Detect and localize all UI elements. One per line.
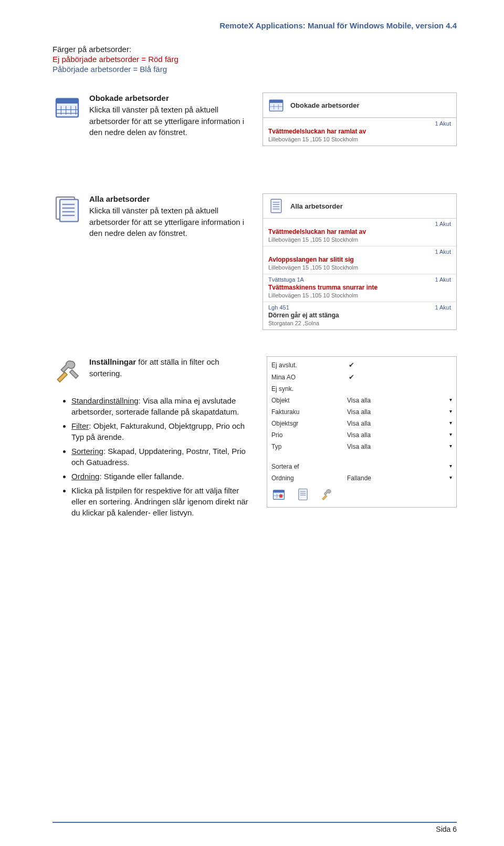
bullet-item: Sortering: Skapad, Uppdatering, Postnr, …: [71, 446, 252, 468]
meta-right: 1 Akut: [435, 304, 451, 311]
checkbox-icon[interactable]: ✔: [347, 373, 355, 381]
chevron-down-icon[interactable]: ▾: [449, 431, 452, 437]
chevron-down-icon[interactable]: ▾: [449, 408, 452, 414]
block2-desc: Klicka till vänster på texten på aktuell…: [89, 206, 244, 238]
setting-label: Sortera ef: [267, 461, 343, 472]
item-title: Avloppsslangen har slitit sig: [268, 256, 451, 263]
meta-right: 1 Akut: [435, 120, 451, 127]
list-item[interactable]: 1 Akut Tvättmedelsluckan har ramlat av L…: [263, 118, 456, 146]
settings-row[interactable]: ObjektsgrVisa alla▾: [267, 418, 456, 429]
block2-title: Alla arbetsorder: [89, 194, 150, 203]
setting-label: Prio: [267, 429, 343, 441]
item-title: Tvättmedelsluckan har ramlat av: [268, 128, 451, 135]
list-icon: [267, 197, 285, 215]
item-sub: Storgatan 22 ,Solna: [268, 320, 451, 326]
list-icon[interactable]: [296, 487, 310, 502]
meta-left: Tvättstuga 1A: [268, 276, 304, 283]
dropdown-value: Visa alla: [347, 397, 384, 404]
settings-row[interactable]: OrdningFallande▾: [267, 472, 456, 484]
screenshot-obokade: Obokade arbetsorder 1 Akut Tvättmedelslu…: [262, 92, 457, 146]
chevron-down-icon[interactable]: ▾: [449, 397, 452, 403]
setting-label: Objektsgr: [267, 418, 343, 429]
chevron-down-icon[interactable]: ▾: [449, 443, 452, 449]
chevron-down-icon[interactable]: ▾: [449, 474, 452, 480]
svg-rect-29: [279, 494, 282, 498]
meta-right: 1 Akut: [435, 249, 451, 255]
dropdown-value: Visa alla: [347, 443, 384, 450]
calendar-icon[interactable]: [271, 487, 286, 502]
svg-rect-14: [60, 200, 78, 222]
setting-label: Mina AO: [267, 371, 343, 383]
document-header: RemoteX Applications: Manual för Windows…: [52, 21, 457, 30]
settings-row[interactable]: Mina AO✔: [267, 371, 456, 383]
bullet-item: Standardinställning: Visa alla mina ej a…: [71, 395, 252, 417]
settings-row[interactable]: Sortera ef▾: [267, 461, 456, 472]
list-item[interactable]: Tvättstuga 1A1 AkutTvättmaskinens trumma…: [263, 274, 456, 302]
block1-title: Obokade arbetsorder: [89, 94, 169, 102]
setting-label: Ej avslut.: [267, 359, 343, 371]
svg-rect-1: [56, 99, 78, 104]
item-sub: Lillebovägen 15 ,105 10 Stockholm: [268, 136, 451, 142]
svg-rect-30: [299, 489, 307, 500]
setting-label: Objekt: [267, 395, 343, 406]
bullet-item: Klicka på listpilen för respektive för a…: [71, 485, 252, 518]
screenshot-settings: Ej avslut.✔Mina AO✔Ej synk.ObjektVisa al…: [267, 356, 457, 508]
tools-icon: [52, 356, 89, 386]
intro-red-line: Ej påbörjade arbetsorder = Röd färg: [52, 55, 457, 64]
meta-right: 1 Akut: [435, 276, 451, 283]
dropdown-value: Visa alla: [347, 408, 384, 416]
page-footer: Sida 6: [52, 822, 457, 833]
setting-label: Fakturaku: [267, 406, 343, 418]
list-item[interactable]: Lgh 4511 AkutDörren går ej att stängaSto…: [263, 302, 456, 329]
checkbox-icon[interactable]: ✔: [347, 361, 355, 369]
dropdown-value: Visa alla: [347, 431, 384, 439]
setting-label: Ordning: [267, 472, 343, 484]
chevron-down-icon[interactable]: ▾: [449, 420, 452, 426]
dropdown-value: Fallande: [347, 474, 384, 482]
svg-rect-25: [274, 490, 285, 493]
item-title: Dörren går ej att stänga: [268, 312, 451, 319]
item-sub: Lillebovägen 15 ,105 10 Stockholm: [268, 264, 451, 271]
tools-icon[interactable]: [320, 487, 334, 502]
svg-rect-19: [271, 199, 281, 213]
setting-label: Typ: [267, 441, 343, 452]
list-item[interactable]: 1 AkutAvloppsslangen har slitit sigLille…: [263, 246, 456, 274]
settings-row[interactable]: PrioVisa alla▾: [267, 429, 456, 441]
settings-heading: Inställningar: [89, 357, 136, 366]
item-sub: Lillebovägen 15 ,105 10 Stockholm: [268, 236, 451, 243]
dropdown-value: Visa alla: [347, 420, 384, 427]
list-item[interactable]: 1 AkutTvättmedelsluckan har ramlat avLil…: [263, 219, 456, 246]
intro-blue-line: Påbörjade arbetsorder = Blå färg: [52, 65, 457, 74]
item-sub: Lillebovägen 15 ,105 10 Stockholm: [268, 292, 451, 298]
bullet-item: Filter: Objekt, Fakturakund, Objektgrupp…: [71, 420, 252, 442]
svg-rect-9: [269, 100, 283, 103]
settings-row[interactable]: FakturakuVisa alla▾: [267, 406, 456, 418]
list-icon: [52, 193, 89, 223]
settings-row[interactable]: Ej synk.: [267, 383, 456, 395]
settings-row[interactable]: TypVisa alla▾: [267, 441, 456, 452]
bullet-item: Ordning: Stigande eller fallande.: [71, 471, 252, 482]
screenshot-alla: Alla arbetsorder 1 AkutTvättmedelsluckan…: [262, 193, 457, 330]
meta-left: Lgh 451: [268, 304, 289, 311]
item-title: Tvättmaskinens trumma snurrar inte: [268, 284, 451, 291]
shot1-head: Obokade arbetsorder: [290, 101, 360, 109]
chevron-down-icon[interactable]: ▾: [449, 463, 452, 469]
setting-label: Ej synk.: [267, 383, 343, 395]
settings-row[interactable]: ObjektVisa alla▾: [267, 395, 456, 406]
calendar-icon: [52, 92, 89, 122]
calendar-icon: [267, 96, 285, 114]
meta-right: 1 Akut: [435, 221, 451, 227]
intro-heading: Färger på arbetsorder:: [52, 45, 457, 54]
item-title: Tvättmedelsluckan har ramlat av: [268, 228, 451, 235]
block1-desc: Klicka till vänster på texten på aktuell…: [89, 105, 244, 137]
shot2-head: Alla arbetsorder: [290, 202, 343, 210]
settings-row[interactable]: Ej avslut.✔: [267, 359, 456, 371]
